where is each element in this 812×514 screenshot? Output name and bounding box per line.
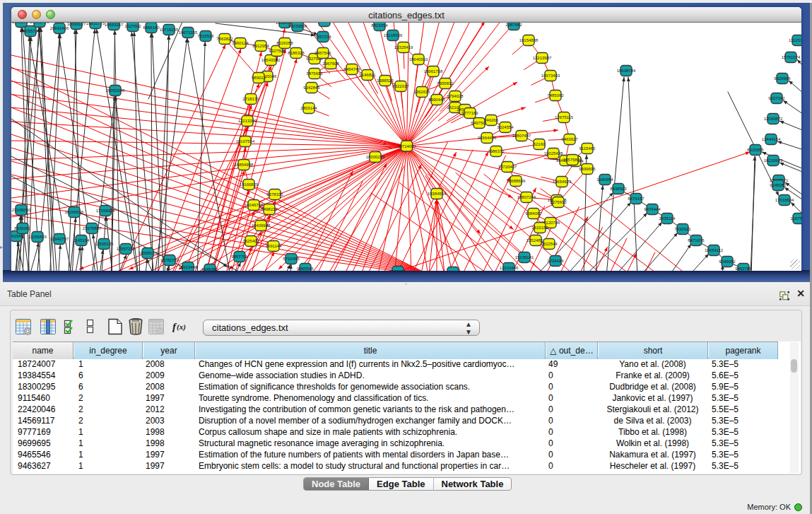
svg-text:10025438: 10025438 [544, 151, 563, 156]
svg-text:9245082: 9245082 [201, 267, 218, 271]
svg-text:15136141: 15136141 [515, 255, 534, 259]
svg-text:12444154: 12444154 [762, 137, 781, 141]
svg-text:10958107: 10958107 [139, 251, 158, 255]
svg-text:9474444: 9474444 [644, 207, 661, 211]
svg-text:19575864: 19575864 [563, 158, 582, 162]
svg-text:10807487: 10807487 [512, 134, 531, 138]
svg-text:18300295: 18300295 [366, 155, 385, 159]
svg-text:2522544: 2522544 [541, 242, 558, 246]
svg-text:12505135: 12505135 [95, 242, 114, 246]
svg-text:16648784: 16648784 [617, 69, 636, 73]
svg-text:10688609: 10688609 [507, 179, 526, 183]
svg-text:2803144: 2803144 [300, 106, 317, 110]
svg-text:8635061: 8635061 [14, 226, 31, 230]
svg-text:12213369: 12213369 [238, 119, 257, 123]
svg-text:7632621: 7632621 [674, 227, 691, 231]
svg-text:7357274: 7357274 [314, 35, 331, 39]
svg-text:15720407: 15720407 [498, 165, 517, 169]
svg-text:1691144: 1691144 [266, 244, 283, 248]
svg-text:9699695: 9699695 [579, 167, 596, 171]
svg-text:8912954: 8912954 [252, 44, 269, 48]
svg-text:23975867: 23975867 [83, 226, 102, 230]
svg-text:(x): (x) [177, 322, 186, 332]
svg-text:18807249: 18807249 [517, 195, 536, 199]
svg-text:17016504: 17016504 [775, 198, 794, 202]
svg-text:5498222: 5498222 [261, 207, 278, 211]
svg-text:12093872: 12093872 [764, 117, 783, 121]
svg-text:10107554: 10107554 [236, 139, 255, 144]
svg-text:7485060: 7485060 [547, 93, 564, 98]
svg-text:9115460: 9115460 [579, 146, 596, 151]
svg-text:1733426: 1733426 [547, 259, 564, 263]
svg-text:16854998: 16854998 [235, 163, 254, 167]
svg-text:10973493: 10973493 [541, 74, 560, 78]
svg-text:8215955: 8215955 [747, 148, 764, 152]
svg-text:8087341: 8087341 [445, 270, 461, 271]
svg-text:8813054: 8813054 [371, 23, 388, 28]
svg-text:11156829: 11156829 [28, 235, 47, 239]
svg-text:8938923: 8938923 [610, 187, 627, 191]
svg-text:989012: 989012 [252, 76, 266, 80]
svg-text:16782759: 16782759 [160, 258, 180, 262]
svg-text:19931775: 19931775 [86, 23, 105, 25]
svg-text:9465546: 9465546 [297, 267, 314, 271]
svg-text:8990448: 8990448 [428, 98, 445, 102]
svg-text:9329966: 9329966 [774, 76, 791, 81]
svg-text:16154838: 16154838 [519, 38, 539, 42]
svg-text:62160: 62160 [534, 142, 546, 146]
svg-text:20691406: 20691406 [50, 26, 69, 30]
svg-text:12325419: 12325419 [394, 45, 413, 49]
svg-text:18640910: 18640910 [409, 57, 428, 62]
svg-text:9857791: 9857791 [231, 255, 248, 259]
svg-text:24055724: 24055724 [21, 29, 40, 33]
svg-text:1640954: 1640954 [596, 177, 613, 182]
svg-text:7663822: 7663822 [216, 37, 233, 41]
svg-text:15751074: 15751074 [782, 55, 801, 59]
svg-text:18724007: 18724007 [397, 144, 416, 148]
svg-text:12975115: 12975115 [555, 115, 574, 119]
svg-text:9463627: 9463627 [561, 137, 578, 141]
svg-text:15409948: 15409948 [252, 223, 271, 228]
svg-text:29053346: 29053346 [106, 88, 125, 93]
svg-text:10654112: 10654112 [705, 248, 724, 252]
svg-text:2718170: 2718170 [242, 97, 259, 101]
svg-text:9227342: 9227342 [768, 96, 785, 100]
svg-text:9699512: 9699512 [389, 269, 406, 271]
svg-text:16210643: 16210643 [764, 158, 783, 163]
svg-text:11064733: 11064733 [315, 23, 334, 23]
svg-text:8454749: 8454749 [343, 67, 360, 71]
svg-text:2935114: 2935114 [659, 216, 676, 221]
svg-text:19166829: 19166829 [240, 182, 259, 187]
svg-text:8322037: 8322037 [392, 84, 409, 88]
svg-text:12942737: 12942737 [50, 237, 69, 241]
svg-text:8186328: 8186328 [288, 51, 305, 55]
svg-text:19218506: 19218506 [384, 33, 403, 37]
svg-text:16046798: 16046798 [245, 203, 264, 207]
svg-text:6794028: 6794028 [447, 94, 464, 98]
svg-text:5578335: 5578335 [266, 192, 283, 197]
svg-text:12213987: 12213987 [533, 56, 552, 60]
svg-text:9084067: 9084067 [525, 211, 542, 216]
svg-text:746266: 746266 [484, 118, 499, 122]
svg-text:20206536: 20206536 [65, 210, 84, 214]
svg-text:2087682: 2087682 [505, 23, 522, 27]
svg-text:10093127: 10093127 [67, 23, 86, 26]
svg-text:1145194: 1145194 [73, 238, 90, 243]
svg-text:6479197: 6479197 [628, 197, 645, 201]
svg-text:12923446: 12923446 [179, 265, 198, 269]
svg-text:2467546: 2467546 [314, 51, 331, 55]
svg-text:9245082: 9245082 [770, 183, 787, 187]
svg-text:7955812: 7955812 [437, 81, 454, 86]
svg-text:20364436: 20364436 [478, 136, 497, 140]
svg-text:16543382: 16543382 [261, 58, 281, 62]
svg-text:8471676: 8471676 [688, 238, 705, 243]
svg-text:391547: 391547 [11, 234, 24, 238]
svg-text:19384554: 19384554 [428, 192, 447, 196]
svg-text:1527602: 1527602 [124, 24, 141, 28]
svg-text:9327508: 9327508 [269, 49, 286, 53]
svg-text:17359924: 17359924 [96, 209, 115, 213]
svg-text:16035724: 16035724 [12, 23, 31, 24]
svg-text:6466160: 6466160 [143, 25, 160, 30]
svg-text:11123334: 11123334 [789, 38, 801, 42]
svg-text:1362615: 1362615 [413, 90, 430, 94]
